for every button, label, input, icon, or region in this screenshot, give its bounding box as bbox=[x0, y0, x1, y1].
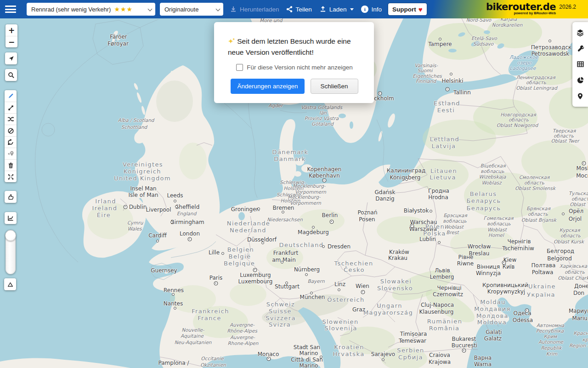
map-label: Lettland bbox=[430, 136, 459, 143]
map-label: Belgique bbox=[224, 260, 255, 267]
map-label: Gdańsk bbox=[374, 189, 395, 196]
city-dot bbox=[285, 282, 288, 284]
map-label: London bbox=[180, 230, 200, 237]
map-label: Odessa bbox=[513, 317, 533, 323]
profile-select[interactable]: Rennrad (sehr wenig Verkehr) ★★★ bbox=[27, 3, 155, 16]
map-label: Oblast Charkiw bbox=[558, 275, 588, 281]
search-button[interactable] bbox=[5, 69, 17, 81]
map-label: Wizebskaja bbox=[479, 174, 506, 179]
map-label: Dublin bbox=[129, 204, 147, 210]
map-label: Poznań bbox=[357, 209, 377, 216]
city-dot bbox=[582, 161, 586, 166]
zoom-in-button[interactable]: + bbox=[6, 24, 17, 36]
locate-button[interactable] bbox=[5, 52, 17, 64]
map-label: Hrodna bbox=[428, 194, 448, 201]
map-label: Oblast Brjansk bbox=[521, 217, 556, 223]
map-label: Litauen bbox=[430, 167, 457, 174]
poi-panel-button[interactable] bbox=[574, 90, 586, 102]
map-label: Vereinigtes bbox=[123, 161, 163, 168]
map-label: Dänemark bbox=[272, 149, 309, 155]
map-label: Ladogasee bbox=[510, 65, 536, 71]
map-label: Львів bbox=[435, 267, 450, 274]
dont-show-again-row: Für diese Version nicht mehr anzeigen bbox=[228, 64, 361, 71]
map-label: Città di San bbox=[291, 356, 323, 363]
map-label: England bbox=[177, 211, 197, 216]
map-label: Sheffield bbox=[175, 204, 200, 210]
layers-button[interactable] bbox=[574, 27, 586, 39]
share-button[interactable]: Teilen bbox=[286, 6, 312, 13]
heart-icon: ♥ bbox=[418, 6, 423, 13]
city-dot bbox=[410, 224, 414, 228]
map-label: область bbox=[509, 117, 529, 122]
info-button[interactable]: i Info bbox=[361, 6, 382, 13]
map-label: Харківська bbox=[560, 263, 587, 269]
map-label: Pamplona / bbox=[158, 360, 189, 366]
city-dot bbox=[175, 205, 178, 208]
support-button[interactable]: Support ♥ bbox=[388, 3, 427, 15]
map-label: Luxembourg bbox=[238, 278, 273, 285]
city-dot bbox=[257, 207, 260, 210]
close-button[interactable]: Schließen bbox=[311, 79, 358, 94]
dont-show-again-checkbox[interactable] bbox=[236, 64, 243, 71]
show-changes-button[interactable]: Änderungen anzeigen bbox=[231, 79, 304, 94]
map-label: Stuttgart bbox=[275, 283, 300, 290]
opacity-slider[interactable] bbox=[6, 230, 16, 274]
reverse-route-button[interactable] bbox=[5, 113, 17, 125]
map-label: Белгород bbox=[547, 248, 574, 254]
delete-route-button[interactable] bbox=[5, 159, 17, 171]
zoom-out-button[interactable]: − bbox=[6, 36, 17, 47]
map-label: Bukarest bbox=[452, 336, 476, 342]
poi-marker-button[interactable] bbox=[5, 148, 17, 159]
map-label: озеро bbox=[517, 60, 531, 65]
app-logo[interactable]: bikerouter.de powered by BRouter-Web bbox=[486, 2, 556, 15]
map-label: Republik bbox=[541, 345, 561, 351]
map-label: Kraków bbox=[389, 249, 409, 255]
new-version-dialog: ✦✦Seit dem letzten Besuch wurde eine neu… bbox=[214, 22, 374, 103]
map-label: Südsavo bbox=[473, 41, 494, 46]
map-label: Kopenhagen bbox=[307, 166, 342, 172]
draw-route-button[interactable] bbox=[5, 90, 17, 102]
route-select[interactable]: Originalroute bbox=[160, 3, 223, 16]
map-label: Suisse bbox=[269, 308, 292, 315]
download-icon bbox=[230, 6, 237, 13]
wrench-icon bbox=[577, 45, 584, 52]
map-label: Belgien bbox=[227, 246, 254, 253]
profile-select-value: Rennrad (sehr wenig Verkehr) bbox=[31, 6, 111, 13]
city-dot bbox=[174, 200, 176, 202]
avoid-area-button[interactable] bbox=[5, 125, 17, 136]
statistics-button[interactable] bbox=[574, 74, 586, 86]
download-button[interactable]: Herunterladen bbox=[230, 6, 279, 13]
hillshade-button[interactable] bbox=[4, 278, 16, 290]
profile-settings-button[interactable] bbox=[574, 43, 586, 55]
data-table-button[interactable] bbox=[574, 58, 586, 70]
map-label: Україна bbox=[527, 291, 555, 298]
loop-route-button[interactable] bbox=[5, 136, 17, 148]
map-label: Тульская bbox=[569, 190, 588, 196]
menu-hamburger-icon[interactable] bbox=[5, 6, 16, 13]
measure-segment-button[interactable] bbox=[5, 102, 17, 113]
map-label: Slowakei bbox=[380, 278, 412, 285]
opacity-slider-knob[interactable] bbox=[5, 230, 16, 241]
map-label: München bbox=[300, 294, 325, 300]
chevron-down-icon bbox=[216, 7, 220, 11]
load-button[interactable]: Laden bbox=[319, 6, 354, 13]
fit-bounds-button[interactable] bbox=[5, 171, 17, 182]
locate-icon bbox=[8, 55, 15, 62]
city-dot bbox=[312, 226, 315, 229]
map-label: Krakau bbox=[388, 255, 407, 261]
map-label: Marino bbox=[300, 362, 318, 368]
city-dot bbox=[214, 282, 218, 286]
map-label: Чернігів bbox=[507, 238, 531, 245]
share-label: Teilen bbox=[296, 6, 312, 13]
draw-tools bbox=[5, 90, 17, 182]
map-label: Калининград bbox=[387, 167, 425, 174]
map-label: Rhone-Alpen bbox=[228, 340, 259, 346]
map-label: Timișoara bbox=[400, 331, 427, 337]
map-label: Riwne bbox=[457, 260, 474, 267]
map-label: Крим bbox=[544, 334, 557, 339]
map-label: Winnyzja bbox=[476, 270, 501, 276]
feedback-button[interactable] bbox=[5, 191, 17, 203]
elevation-chart-button[interactable] bbox=[5, 212, 17, 224]
loop-arrow-icon bbox=[7, 138, 14, 146]
city-dot bbox=[562, 213, 565, 215]
